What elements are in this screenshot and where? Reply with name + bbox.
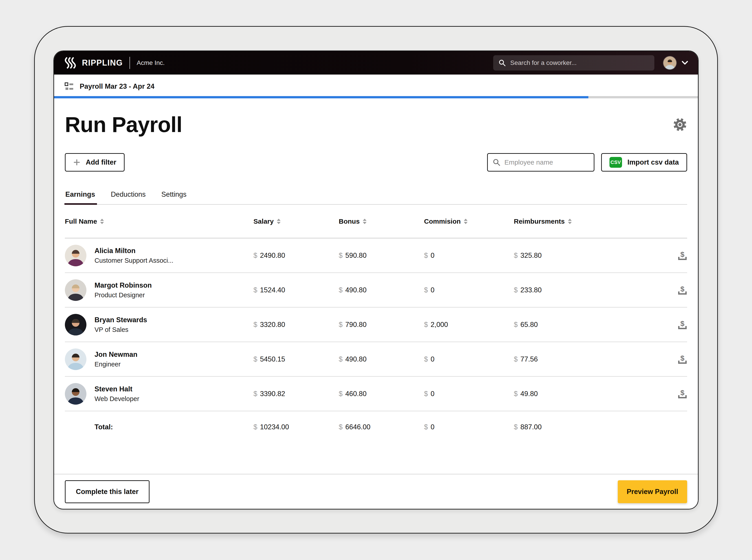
progress-fill [54, 96, 588, 98]
total-reimbursements-value: 887.00 [520, 423, 542, 431]
sort-icon[interactable] [100, 219, 104, 224]
right-tools: Employee name CSV Import csv data [487, 153, 687, 172]
column-header-commission[interactable]: Commision [424, 218, 514, 225]
employee-cell: Steven Halt Web Developer [65, 383, 253, 405]
dollar-tray-icon: $ [677, 285, 688, 295]
csv-icon: CSV [609, 157, 622, 168]
column-label: Salary [253, 218, 273, 225]
title-row: Run Payroll [65, 112, 687, 137]
employee-avatar [65, 279, 86, 301]
total-salary-value: 10234.00 [260, 423, 289, 431]
preview-payroll-button[interactable]: Preview Payroll [618, 480, 687, 503]
total-label: Total: [65, 423, 253, 431]
employee-role: Product Designer [95, 292, 152, 299]
currency-symbol: $ [253, 390, 257, 398]
employee-name: Alicia Milton [95, 247, 173, 255]
employee-name: Steven Halt [95, 385, 139, 393]
tab-deductions[interactable]: Deductions [110, 191, 146, 199]
employee-name-input[interactable]: Employee name [487, 153, 594, 172]
deposit-pay-button[interactable]: $ [677, 320, 689, 330]
employee-cell: Jon Newman Engineer [65, 348, 253, 370]
sort-icon[interactable] [464, 219, 468, 224]
rippling-logo[interactable]: RIPPLING [64, 56, 123, 69]
table-total-row: Total: $ 10234.00 $ 6646.00 $ 0 $ [65, 411, 687, 443]
currency-symbol: $ [339, 390, 343, 398]
bonus-value: 490.80 [345, 355, 367, 363]
total-commission-cell: $ 0 [424, 423, 514, 431]
currency-symbol: $ [339, 252, 343, 260]
svg-text:$: $ [680, 354, 685, 362]
company-name: Acme Inc. [137, 59, 165, 66]
currency-symbol: $ [339, 423, 343, 431]
salary-cell: $ 5450.15 [253, 355, 339, 363]
commission-cell: $ 0 [424, 390, 514, 398]
import-csv-button[interactable]: CSV Import csv data [601, 153, 687, 172]
reimbursements-cell: $ 77.56 [514, 355, 670, 363]
salary-cell: $ 3320.80 [253, 321, 339, 329]
column-label: Commision [424, 218, 461, 225]
column-header-salary[interactable]: Salary [253, 218, 339, 225]
employee-text: Bryan Stewards VP of Sales [95, 316, 147, 334]
total-reimbursements-cell: $ 887.00 [514, 423, 670, 431]
employee-text: Alicia Milton Customer Support Associ... [95, 247, 173, 264]
reimbursements-cell: $ 233.80 [514, 286, 670, 294]
reimbursements-value: 325.80 [520, 252, 542, 260]
main-content: Run Payroll [54, 98, 698, 474]
currency-symbol: $ [424, 390, 428, 398]
desktop-background: RIPPLING Acme Inc. Search for a coworker… [0, 0, 752, 560]
user-avatar[interactable] [663, 56, 676, 69]
tab-settings[interactable]: Settings [161, 191, 187, 199]
plus-icon [73, 159, 80, 166]
currency-symbol: $ [424, 423, 428, 431]
commission-value: 0 [430, 355, 434, 363]
sort-icon[interactable] [363, 219, 367, 224]
salary-cell: $ 2490.80 [253, 252, 339, 260]
commission-value: 0 [430, 286, 434, 294]
currency-symbol: $ [424, 252, 428, 260]
salary-cell: $ 1524.40 [253, 286, 339, 294]
employee-name: Bryan Stewards [95, 316, 147, 324]
tab-bar: Earnings Deductions Settings [65, 191, 687, 205]
bonus-value: 490.80 [345, 286, 367, 294]
deposit-pay-button[interactable]: $ [677, 389, 689, 399]
column-header-bonus[interactable]: Bonus [339, 218, 424, 225]
currency-symbol: $ [424, 286, 428, 294]
deposit-pay-button[interactable]: $ [677, 354, 689, 364]
currency-symbol: $ [253, 423, 257, 431]
app-window: RIPPLING Acme Inc. Search for a coworker… [54, 51, 698, 509]
add-filter-button[interactable]: Add filter [65, 153, 125, 172]
tab-earnings[interactable]: Earnings [65, 191, 96, 199]
dollar-tray-icon: $ [677, 354, 688, 364]
reimbursements-value: 49.80 [520, 390, 538, 398]
footer-bar: Complete this later Preview Payroll [54, 474, 698, 509]
deposit-pay-button[interactable]: $ [677, 285, 689, 295]
employee-role: Engineer [95, 361, 137, 368]
gear-icon [673, 117, 687, 132]
total-bonus-value: 6646.00 [345, 423, 370, 431]
reimbursements-value: 65.80 [520, 321, 538, 329]
brand-name: RIPPLING [82, 58, 123, 67]
bonus-value: 460.80 [345, 390, 367, 398]
employee-avatar [65, 348, 86, 370]
sort-icon[interactable] [568, 219, 572, 224]
checklist-icon [64, 82, 74, 91]
complete-this-later-button[interactable]: Complete this later [65, 480, 149, 503]
column-header-full-name[interactable]: Full Name [65, 218, 253, 225]
table-body: Alicia Milton Customer Support Associ...… [65, 238, 687, 411]
settings-button[interactable] [673, 117, 687, 132]
table-header-row: Full Name Salary Bonus [65, 205, 687, 238]
currency-symbol: $ [253, 355, 257, 363]
currency-symbol: $ [514, 355, 517, 363]
chevron-down-icon[interactable] [682, 61, 688, 65]
column-header-reimbursements[interactable]: Reimbursments [514, 218, 670, 225]
import-csv-label: Import csv data [627, 158, 679, 166]
employee-role: Web Developer [95, 395, 139, 403]
coworker-search-input[interactable]: Search for a coworker... [493, 55, 654, 71]
sort-icon[interactable] [277, 219, 281, 224]
total-bonus-cell: $ 6646.00 [339, 423, 424, 431]
progress-track [54, 96, 698, 98]
commission-cell: $ 2,000 [424, 321, 514, 329]
total-salary-cell: $ 10234.00 [253, 423, 339, 431]
table-row: Jon Newman Engineer $ 5450.15 $ 490.80 $… [65, 342, 687, 377]
deposit-pay-button[interactable]: $ [677, 251, 689, 261]
